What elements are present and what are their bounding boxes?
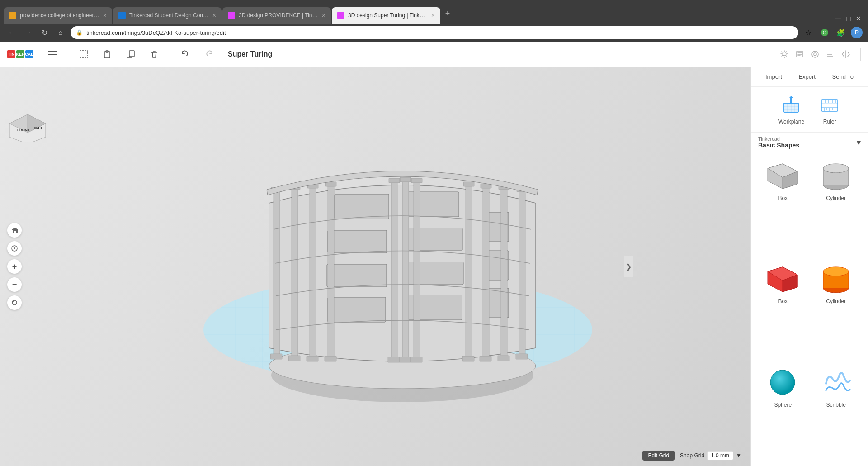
back-button[interactable]: ← bbox=[5, 26, 18, 39]
puzzle-extension-button[interactable]: 🧩 bbox=[835, 26, 847, 39]
shape-box-red-icon bbox=[765, 263, 801, 295]
maximize-button[interactable]: □ bbox=[846, 15, 851, 23]
logo-block-ker: KER bbox=[16, 50, 24, 58]
align-tool-button[interactable] bbox=[823, 47, 838, 62]
clipboard-button[interactable] bbox=[99, 46, 115, 62]
tab-4[interactable]: 3D design Super Turing | Tinkerc... × bbox=[332, 7, 440, 24]
ruler-tool[interactable]: Ruler bbox=[819, 94, 840, 125]
shape-sphere-blue-label: Sphere bbox=[774, 402, 792, 408]
toolbar-divider-2 bbox=[170, 48, 170, 61]
tab-2-title: Tinkercad Student Design Conte... bbox=[129, 12, 209, 19]
address-input-bar[interactable]: 🔒 tinkercad.com/things/3uDcQZAkFKo-super… bbox=[71, 26, 798, 39]
shape-cylinder-orange[interactable]: Cylinder bbox=[811, 259, 861, 359]
svg-rect-37 bbox=[292, 187, 298, 357]
edit-grid-button[interactable]: Edit Grid bbox=[642, 451, 675, 461]
bookmark-button[interactable]: ☆ bbox=[802, 26, 815, 39]
import-button[interactable]: Import bbox=[758, 71, 789, 83]
snap-value-dropdown[interactable]: 1.0 mm bbox=[707, 451, 733, 460]
delete-button[interactable] bbox=[146, 46, 162, 62]
notes-tool-button[interactable] bbox=[793, 47, 807, 62]
svg-rect-31 bbox=[328, 297, 386, 322]
profile-avatar[interactable]: P bbox=[851, 27, 863, 38]
tab-1-close[interactable]: × bbox=[103, 12, 107, 19]
main-toolbar: TIN KER CAD Super Turing bbox=[0, 42, 868, 67]
main-content-area: FRONT RIGHT + − bbox=[0, 67, 868, 466]
section-dropdown-icon: ▾ bbox=[857, 138, 861, 147]
section-provider-label: Tinkercad bbox=[758, 136, 799, 142]
zoom-in-button[interactable]: + bbox=[7, 259, 22, 274]
svg-rect-61 bbox=[325, 356, 336, 361]
section-dropdown-button[interactable]: ▾ bbox=[857, 138, 861, 147]
svg-rect-2 bbox=[48, 51, 57, 52]
3d-viewport[interactable]: FRONT RIGHT + − bbox=[0, 67, 750, 466]
shape-box-gray-icon bbox=[765, 160, 801, 192]
svg-rect-26 bbox=[405, 192, 459, 217]
minimize-button[interactable]: ─ bbox=[835, 14, 841, 24]
zoom-out-button[interactable]: − bbox=[7, 277, 22, 292]
duplicate-button[interactable] bbox=[123, 46, 139, 62]
svg-rect-66 bbox=[480, 356, 491, 361]
shape-box-red[interactable]: Box bbox=[758, 259, 808, 359]
shapes-grid: Box Cylinder bbox=[751, 152, 868, 466]
tab-1-title: providence college of engineerin... bbox=[20, 12, 99, 19]
refresh-button[interactable]: ↻ bbox=[38, 26, 51, 39]
svg-rect-39 bbox=[328, 184, 334, 357]
tab-3-close[interactable]: × bbox=[322, 12, 326, 19]
browser-actions: ☆ G 🧩 P bbox=[802, 26, 863, 39]
toolbar-divider-3 bbox=[860, 48, 861, 61]
tab-1-favicon bbox=[9, 12, 16, 19]
light-tool-button[interactable] bbox=[777, 47, 792, 62]
redo-button[interactable] bbox=[201, 46, 217, 62]
svg-rect-44 bbox=[483, 186, 489, 357]
send-to-button[interactable]: Send To bbox=[825, 71, 861, 83]
section-title: Basic Shapes bbox=[758, 142, 799, 149]
home-button[interactable]: ⌂ bbox=[54, 26, 67, 39]
select-all-button[interactable] bbox=[75, 46, 92, 62]
tab-2[interactable]: Tinkercad Student Design Conte... × bbox=[113, 7, 222, 24]
shape-sphere-blue-icon bbox=[765, 366, 801, 399]
tinkercad-logo[interactable]: TIN KER CAD bbox=[7, 50, 33, 58]
svg-rect-5 bbox=[80, 51, 87, 58]
snap-grid-label: Snap Grid bbox=[680, 452, 704, 459]
svg-point-104 bbox=[770, 370, 795, 395]
shape-cylinder-gray[interactable]: Cylinder bbox=[811, 156, 861, 256]
shape-scribble-label: Scribble bbox=[826, 402, 846, 408]
svg-rect-59 bbox=[288, 356, 300, 361]
close-button[interactable]: × bbox=[856, 14, 861, 24]
shape-sphere-blue[interactable]: Sphere bbox=[758, 363, 808, 462]
svg-rect-60 bbox=[307, 356, 318, 361]
svg-rect-25 bbox=[335, 194, 389, 219]
tab-1[interactable]: providence college of engineerin... × bbox=[4, 7, 112, 24]
tab-3[interactable]: 3D design PROVIDENCE | Tinker... × bbox=[222, 7, 331, 24]
tab-2-favicon bbox=[118, 12, 126, 19]
new-tab-button[interactable]: + bbox=[441, 7, 454, 20]
menu-button[interactable] bbox=[44, 46, 61, 62]
logo-block-cad: CAD bbox=[25, 50, 33, 58]
forward-button[interactable]: → bbox=[22, 26, 34, 39]
workplane-tool[interactable]: Workplane bbox=[778, 94, 804, 125]
fit-view-button[interactable] bbox=[7, 241, 22, 256]
mirror-tool-button[interactable] bbox=[839, 47, 853, 62]
svg-rect-51 bbox=[389, 178, 400, 183]
panel-collapse-button[interactable]: ❯ bbox=[624, 256, 633, 277]
svg-rect-54 bbox=[463, 182, 474, 186]
tab-2-close[interactable]: × bbox=[212, 12, 216, 19]
panel-tools-row: Workplane bbox=[751, 87, 868, 133]
shape-scribble[interactable]: Scribble bbox=[811, 363, 861, 462]
shape-cylinder-orange-icon bbox=[818, 263, 854, 295]
home-view-button[interactable] bbox=[7, 223, 22, 238]
rotate-tool-button[interactable] bbox=[808, 47, 822, 62]
shape-box-gray[interactable]: Box bbox=[758, 156, 808, 256]
tab-4-favicon bbox=[337, 12, 344, 19]
viewport-controls: + − bbox=[7, 223, 22, 310]
undo-button[interactable] bbox=[177, 46, 193, 62]
extensions-button[interactable]: G bbox=[818, 26, 831, 39]
export-button[interactable]: Export bbox=[791, 71, 823, 83]
tab-4-close[interactable]: × bbox=[431, 12, 435, 19]
svg-rect-64 bbox=[410, 357, 422, 362]
snap-dropdown-icon[interactable]: ▼ bbox=[736, 452, 741, 459]
svg-point-11 bbox=[812, 51, 818, 57]
svg-point-103 bbox=[823, 267, 849, 276]
orbit-button[interactable] bbox=[7, 295, 22, 310]
view-cube[interactable]: FRONT RIGHT bbox=[7, 103, 48, 143]
